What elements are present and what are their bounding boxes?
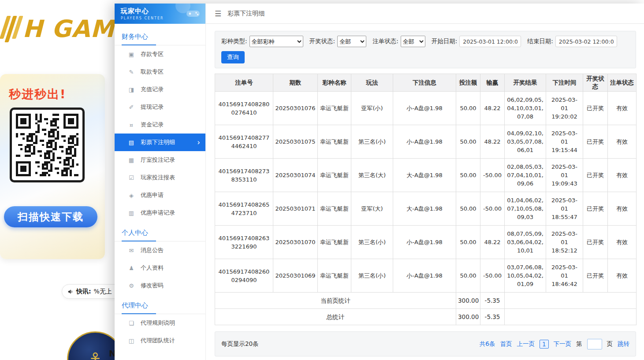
start-date-input[interactable] — [459, 36, 521, 47]
person-icon: ♟ — [128, 265, 135, 271]
cell-result: 04,09,02,10,03,05,07,08,06,01 — [505, 125, 546, 159]
cell-bet-time: 2025-03-01 18:46:42 — [546, 259, 583, 293]
cell-order-no: 401569174082600294090 — [215, 259, 273, 293]
cell-period: 20250301075 — [273, 125, 318, 159]
hall-bet-record-icon: ▦ — [128, 157, 135, 163]
pagination-controls: 共6条 首页 上一页 1 下一页 第 页 跳转 — [480, 339, 629, 349]
cell-bet-info: 小-A盘@1.98 — [393, 125, 456, 159]
draw-status-select[interactable]: 全部 — [337, 36, 366, 47]
sidebar-item-label: 个人资料 — [141, 264, 164, 272]
sidebar-item-promo-apply-records[interactable]: ▥优惠申请记录 — [115, 204, 205, 222]
cell-win-loss: 48.22 — [480, 125, 505, 159]
cell-result: 08,07,05,09,03,06,04,02,10,01 — [505, 226, 546, 259]
sidebar-item-agent-team-stats[interactable]: ◫代理团队统计 — [115, 332, 205, 349]
deposit-icon: ▣ — [128, 51, 135, 58]
cell-order-status: 有效 — [608, 259, 637, 293]
cell-draw-status: 已开奖 — [583, 192, 608, 226]
current-page[interactable]: 1 — [540, 340, 549, 349]
lottery-type-label: 彩种类型: — [221, 37, 247, 45]
sidebar-item-player-bet-report[interactable]: ☑玩家投注报表 — [115, 169, 205, 186]
anchor-icon: ⚓ — [86, 349, 104, 360]
promo-icon: ◈ — [128, 192, 135, 199]
sidebar-item-promo-apply[interactable]: ◈优惠申请 — [115, 186, 205, 204]
column-header: 下注信息 — [393, 74, 456, 92]
lottery-type-select[interactable]: 全部彩种 — [249, 36, 303, 47]
end-date-input[interactable] — [555, 36, 617, 47]
jump-page-input[interactable] — [587, 339, 602, 349]
cell-lottery: 幸运飞艇新 — [318, 259, 351, 293]
cell-win-loss: 48.22 — [480, 92, 505, 125]
jump-suffix: 页 — [607, 340, 613, 348]
sidebar-item-profile[interactable]: ♟个人资料 — [115, 259, 205, 277]
cell-bet-info: 小-A盘@1.98 — [393, 226, 456, 259]
sidebar-item-fund-records[interactable]: ¤资金记录 — [115, 116, 205, 134]
sidebar-item-deposit-zone[interactable]: ▣存款专区 — [115, 45, 205, 63]
end-date-label: 结束日期: — [527, 37, 553, 45]
logo-stripes-icon — [0, 16, 23, 42]
promo-headline: 秒进秒出! — [9, 86, 105, 102]
sidebar-menu: 财务中心▣存款专区✎取款专区◨充值记录✐提现记录¤资金记录▤彩票下注明细›▦厅室… — [115, 24, 205, 349]
first-page-link[interactable]: 首页 — [500, 340, 512, 348]
withdraw-record-icon: ✐ — [128, 104, 135, 111]
qr-code — [10, 108, 85, 182]
cell-order-no: 401569174082654723710 — [215, 192, 273, 226]
sidebar-item-label: 消息公告 — [141, 246, 164, 254]
sidebar: 玩家中心 PLAYERS CENTER 财务中心▣存款专区✎取款专区◨充值记录✐… — [115, 4, 206, 360]
cell-bet-info: 大-A盘@1.98 — [393, 159, 456, 192]
sidebar-subtitle: PLAYERS CENTER — [121, 16, 164, 20]
menu-toggle-icon[interactable]: ☰ — [215, 9, 221, 18]
column-header: 注单状态 — [608, 74, 637, 92]
total-summary-empty — [505, 309, 637, 325]
column-header: 期数 — [273, 74, 318, 92]
sidebar-title: 玩家中心 — [121, 7, 164, 15]
gear-icon: ⚙ — [128, 282, 135, 289]
column-header: 彩种名称 — [318, 74, 351, 92]
chevron-right-icon: › — [197, 139, 200, 146]
cell-win-loss: 48.22 — [480, 226, 505, 259]
search-button[interactable]: 查询 — [221, 51, 245, 63]
bet-detail-icon: ▤ — [128, 139, 135, 146]
screen: H GAME 秒进秒出! 扫描快速下载 快 — [0, 0, 644, 360]
sidebar-item-label: 资金记录 — [141, 121, 164, 129]
prev-page-link[interactable]: 上一页 — [517, 340, 535, 348]
sidebar-item-recharge-records[interactable]: ◨充值记录 — [115, 81, 205, 98]
cell-play: 第三名(小) — [351, 259, 393, 293]
qr-pattern — [16, 114, 78, 176]
cell-draw-status: 已开奖 — [583, 92, 608, 125]
sidebar-item-agent-rules[interactable]: ❏代理规则说明 — [115, 314, 205, 332]
cell-result: 03,07,06,08,10,05,04,02,01,09 — [505, 259, 546, 293]
cell-period: 20250301076 — [273, 92, 318, 125]
bet-status-select[interactable]: 全部 — [401, 36, 425, 47]
sidebar-item-withdraw-zone[interactable]: ✎取款专区 — [115, 63, 205, 81]
cell-amount: 50.00 — [456, 159, 480, 192]
cell-win-loss: -50.00 — [480, 192, 505, 226]
cell-bet-time: 2025-03-01 19:09:43 — [546, 159, 583, 192]
cell-amount: 50.00 — [456, 92, 480, 125]
sidebar-item-messages[interactable]: ✉消息公告 — [115, 241, 205, 259]
topbar: ☰ 彩票下注明细 — [206, 4, 644, 24]
sidebar-item-hall-bet-records[interactable]: ▦厅室投注记录 — [115, 151, 205, 169]
next-page-link[interactable]: 下一页 — [554, 340, 572, 348]
cell-order-no: 401569174082774462410 — [215, 125, 273, 159]
column-header: 输赢 — [480, 74, 505, 92]
draw-status-label: 开奖状态: — [309, 37, 335, 45]
cell-order-status: 有效 — [608, 92, 637, 125]
sidebar-header: 玩家中心 PLAYERS CENTER — [115, 4, 205, 24]
cell-win-loss: -50.00 — [480, 159, 505, 192]
player-center-panel: 玩家中心 PLAYERS CENTER 财务中心▣存款专区✎取款专区◨充值记录✐… — [115, 4, 644, 360]
content: 彩种类型: 全部彩种 开奖状态: 全部 注单状态: 全部 开始日期: — [206, 24, 644, 356]
cell-order-no: 401569174082738353110 — [215, 159, 273, 192]
sidebar-item-withdraw-records[interactable]: ✐提现记录 — [115, 98, 205, 116]
promo-record-icon: ▥ — [128, 210, 135, 216]
cell-result: 06,02,09,05,04,10,03,01,07,08 — [505, 92, 546, 125]
column-header: 开奖状态 — [583, 74, 608, 92]
chart-icon: ◫ — [128, 338, 135, 344]
jump-button[interactable]: 跳转 — [618, 340, 629, 348]
column-header: 投注额 — [456, 74, 480, 92]
sidebar-item-change-password[interactable]: ⚙修改密码 — [115, 277, 205, 294]
site-logo: H GAME — [3, 15, 131, 43]
sidebar-item-label: 玩家投注报表 — [141, 174, 175, 182]
sidebar-item-lottery-bet-details[interactable]: ▤彩票下注明细› — [115, 134, 205, 151]
cell-play: 第三名(小) — [351, 125, 393, 159]
download-button[interactable]: 扫描快速下载 — [4, 206, 97, 227]
